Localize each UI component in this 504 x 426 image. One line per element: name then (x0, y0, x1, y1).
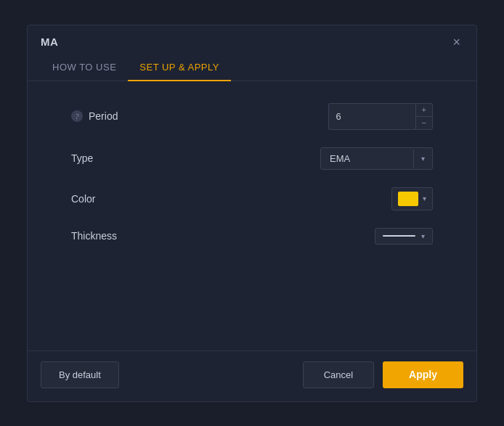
type-select-arrow: ▾ (413, 149, 432, 168)
color-picker-control[interactable]: ▾ (391, 187, 433, 210)
period-decrement-button[interactable]: − (416, 117, 432, 129)
cancel-button[interactable]: Cancel (303, 361, 374, 388)
dialog-title: MA (41, 36, 58, 48)
period-help-icon[interactable]: ? (71, 110, 83, 122)
period-input-wrapper: + − (328, 103, 433, 130)
by-default-button[interactable]: By default (41, 361, 119, 388)
period-increment-button[interactable]: + (416, 104, 432, 116)
color-label: Color (71, 193, 95, 205)
type-select[interactable]: EMA ▾ (320, 147, 433, 170)
type-row: Type EMA ▾ (71, 147, 433, 170)
color-swatch (398, 192, 418, 206)
period-input[interactable] (328, 103, 415, 130)
content-area: ? Period + − Type EMA ▾ Color (28, 81, 476, 351)
period-row: ? Period + − (71, 103, 433, 130)
thickness-select[interactable]: ▾ (375, 228, 433, 245)
period-spinners: + − (415, 103, 433, 130)
thickness-line-indicator (383, 235, 415, 237)
footer: By default Cancel Apply (28, 351, 476, 401)
thickness-row: Thickness ▾ (71, 228, 433, 245)
tab-set-up-apply[interactable]: SET UP & APPLY (128, 54, 231, 81)
color-row: Color ▾ (71, 187, 433, 210)
color-arrow-icon: ▾ (423, 194, 426, 202)
type-label: Type (71, 152, 93, 164)
period-label: Period (89, 110, 118, 122)
tab-how-to-use[interactable]: HOW TO USE (41, 54, 128, 81)
dialog: MA × HOW TO USE SET UP & APPLY ? Period … (27, 25, 477, 402)
apply-button[interactable]: Apply (383, 361, 463, 388)
tabs-container: HOW TO USE SET UP & APPLY (28, 54, 476, 81)
thickness-label: Thickness (71, 230, 117, 242)
footer-right-buttons: Cancel Apply (303, 361, 463, 388)
type-select-value: EMA (321, 148, 413, 169)
close-button[interactable]: × (450, 36, 463, 49)
period-label-group: ? Period (71, 110, 118, 122)
title-bar: MA × (28, 25, 476, 49)
thickness-arrow-icon: ▾ (421, 232, 425, 240)
